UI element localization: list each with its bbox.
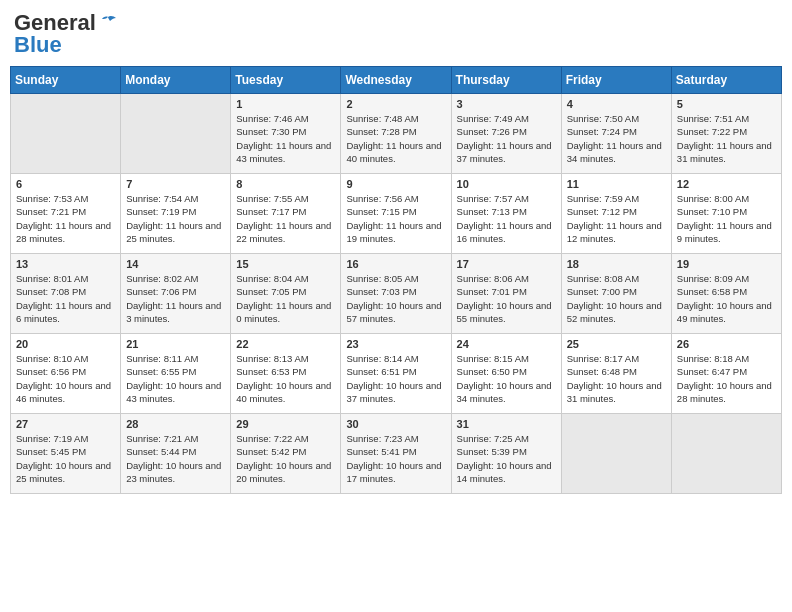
- day-number: 27: [16, 418, 115, 430]
- cell-content: Sunrise: 7:22 AM Sunset: 5:42 PM Dayligh…: [236, 432, 335, 485]
- sunset: Sunset: 7:03 PM: [346, 286, 416, 297]
- day-number: 4: [567, 98, 666, 110]
- daylight: Daylight: 11 hours and 6 minutes.: [16, 300, 111, 324]
- day-header-sunday: Sunday: [11, 67, 121, 94]
- daylight: Daylight: 10 hours and 57 minutes.: [346, 300, 441, 324]
- daylight: Daylight: 10 hours and 28 minutes.: [677, 380, 772, 404]
- cell-content: Sunrise: 8:00 AM Sunset: 7:10 PM Dayligh…: [677, 192, 776, 245]
- day-number: 21: [126, 338, 225, 350]
- sunset: Sunset: 5:41 PM: [346, 446, 416, 457]
- sunrise: Sunrise: 8:08 AM: [567, 273, 639, 284]
- cell-content: Sunrise: 8:09 AM Sunset: 6:58 PM Dayligh…: [677, 272, 776, 325]
- cell-content: Sunrise: 7:50 AM Sunset: 7:24 PM Dayligh…: [567, 112, 666, 165]
- sunrise: Sunrise: 7:51 AM: [677, 113, 749, 124]
- calendar-header-row: SundayMondayTuesdayWednesdayThursdayFrid…: [11, 67, 782, 94]
- daylight: Daylight: 11 hours and 0 minutes.: [236, 300, 331, 324]
- day-number: 15: [236, 258, 335, 270]
- day-number: 5: [677, 98, 776, 110]
- sunrise: Sunrise: 7:53 AM: [16, 193, 88, 204]
- day-number: 16: [346, 258, 445, 270]
- calendar-cell: [11, 94, 121, 174]
- calendar-cell: 7 Sunrise: 7:54 AM Sunset: 7:19 PM Dayli…: [121, 174, 231, 254]
- sunrise: Sunrise: 7:59 AM: [567, 193, 639, 204]
- calendar-cell: 21 Sunrise: 8:11 AM Sunset: 6:55 PM Dayl…: [121, 334, 231, 414]
- sunrise: Sunrise: 7:19 AM: [16, 433, 88, 444]
- calendar-cell: 18 Sunrise: 8:08 AM Sunset: 7:00 PM Dayl…: [561, 254, 671, 334]
- sunrise: Sunrise: 8:15 AM: [457, 353, 529, 364]
- cell-content: Sunrise: 8:02 AM Sunset: 7:06 PM Dayligh…: [126, 272, 225, 325]
- day-number: 7: [126, 178, 225, 190]
- sunrise: Sunrise: 7:22 AM: [236, 433, 308, 444]
- cell-content: Sunrise: 8:11 AM Sunset: 6:55 PM Dayligh…: [126, 352, 225, 405]
- sunset: Sunset: 5:39 PM: [457, 446, 527, 457]
- sunset: Sunset: 5:42 PM: [236, 446, 306, 457]
- sunset: Sunset: 7:26 PM: [457, 126, 527, 137]
- calendar-cell: 9 Sunrise: 7:56 AM Sunset: 7:15 PM Dayli…: [341, 174, 451, 254]
- cell-content: Sunrise: 7:51 AM Sunset: 7:22 PM Dayligh…: [677, 112, 776, 165]
- sunset: Sunset: 7:10 PM: [677, 206, 747, 217]
- calendar-cell: [121, 94, 231, 174]
- daylight: Daylight: 10 hours and 34 minutes.: [457, 380, 552, 404]
- sunset: Sunset: 7:17 PM: [236, 206, 306, 217]
- logo: General Blue: [14, 10, 118, 58]
- day-number: 14: [126, 258, 225, 270]
- day-number: 24: [457, 338, 556, 350]
- sunrise: Sunrise: 8:06 AM: [457, 273, 529, 284]
- calendar-cell: 22 Sunrise: 8:13 AM Sunset: 6:53 PM Dayl…: [231, 334, 341, 414]
- day-header-friday: Friday: [561, 67, 671, 94]
- calendar-cell: 24 Sunrise: 8:15 AM Sunset: 6:50 PM Dayl…: [451, 334, 561, 414]
- calendar-cell: 14 Sunrise: 8:02 AM Sunset: 7:06 PM Dayl…: [121, 254, 231, 334]
- daylight: Daylight: 10 hours and 43 minutes.: [126, 380, 221, 404]
- day-header-tuesday: Tuesday: [231, 67, 341, 94]
- cell-content: Sunrise: 7:19 AM Sunset: 5:45 PM Dayligh…: [16, 432, 115, 485]
- day-number: 30: [346, 418, 445, 430]
- sunset: Sunset: 5:45 PM: [16, 446, 86, 457]
- daylight: Daylight: 11 hours and 25 minutes.: [126, 220, 221, 244]
- daylight: Daylight: 11 hours and 31 minutes.: [677, 140, 772, 164]
- cell-content: Sunrise: 8:05 AM Sunset: 7:03 PM Dayligh…: [346, 272, 445, 325]
- daylight: Daylight: 10 hours and 40 minutes.: [236, 380, 331, 404]
- sunrise: Sunrise: 7:50 AM: [567, 113, 639, 124]
- sunset: Sunset: 7:22 PM: [677, 126, 747, 137]
- calendar-cell: 3 Sunrise: 7:49 AM Sunset: 7:26 PM Dayli…: [451, 94, 561, 174]
- sunrise: Sunrise: 8:04 AM: [236, 273, 308, 284]
- calendar-cell: 31 Sunrise: 7:25 AM Sunset: 5:39 PM Dayl…: [451, 414, 561, 494]
- day-header-saturday: Saturday: [671, 67, 781, 94]
- calendar-cell: 5 Sunrise: 7:51 AM Sunset: 7:22 PM Dayli…: [671, 94, 781, 174]
- cell-content: Sunrise: 8:08 AM Sunset: 7:00 PM Dayligh…: [567, 272, 666, 325]
- daylight: Daylight: 11 hours and 43 minutes.: [236, 140, 331, 164]
- sunset: Sunset: 7:28 PM: [346, 126, 416, 137]
- cell-content: Sunrise: 8:17 AM Sunset: 6:48 PM Dayligh…: [567, 352, 666, 405]
- cell-content: Sunrise: 7:25 AM Sunset: 5:39 PM Dayligh…: [457, 432, 556, 485]
- sunset: Sunset: 7:12 PM: [567, 206, 637, 217]
- sunrise: Sunrise: 8:14 AM: [346, 353, 418, 364]
- calendar-cell: 19 Sunrise: 8:09 AM Sunset: 6:58 PM Dayl…: [671, 254, 781, 334]
- sunset: Sunset: 7:21 PM: [16, 206, 86, 217]
- daylight: Daylight: 10 hours and 46 minutes.: [16, 380, 111, 404]
- daylight: Daylight: 11 hours and 3 minutes.: [126, 300, 221, 324]
- daylight: Daylight: 11 hours and 37 minutes.: [457, 140, 552, 164]
- daylight: Daylight: 10 hours and 20 minutes.: [236, 460, 331, 484]
- calendar-cell: 20 Sunrise: 8:10 AM Sunset: 6:56 PM Dayl…: [11, 334, 121, 414]
- daylight: Daylight: 11 hours and 34 minutes.: [567, 140, 662, 164]
- sunrise: Sunrise: 7:46 AM: [236, 113, 308, 124]
- calendar-cell: 12 Sunrise: 8:00 AM Sunset: 7:10 PM Dayl…: [671, 174, 781, 254]
- calendar-cell: 16 Sunrise: 8:05 AM Sunset: 7:03 PM Dayl…: [341, 254, 451, 334]
- sunset: Sunset: 7:08 PM: [16, 286, 86, 297]
- sunset: Sunset: 6:48 PM: [567, 366, 637, 377]
- calendar-cell: 6 Sunrise: 7:53 AM Sunset: 7:21 PM Dayli…: [11, 174, 121, 254]
- sunrise: Sunrise: 8:05 AM: [346, 273, 418, 284]
- sunset: Sunset: 7:05 PM: [236, 286, 306, 297]
- sunrise: Sunrise: 7:23 AM: [346, 433, 418, 444]
- sunset: Sunset: 6:56 PM: [16, 366, 86, 377]
- daylight: Daylight: 10 hours and 55 minutes.: [457, 300, 552, 324]
- daylight: Daylight: 11 hours and 12 minutes.: [567, 220, 662, 244]
- sunset: Sunset: 7:30 PM: [236, 126, 306, 137]
- daylight: Daylight: 10 hours and 25 minutes.: [16, 460, 111, 484]
- daylight: Daylight: 10 hours and 49 minutes.: [677, 300, 772, 324]
- day-number: 28: [126, 418, 225, 430]
- cell-content: Sunrise: 7:23 AM Sunset: 5:41 PM Dayligh…: [346, 432, 445, 485]
- sunrise: Sunrise: 8:01 AM: [16, 273, 88, 284]
- calendar-cell: [561, 414, 671, 494]
- day-number: 18: [567, 258, 666, 270]
